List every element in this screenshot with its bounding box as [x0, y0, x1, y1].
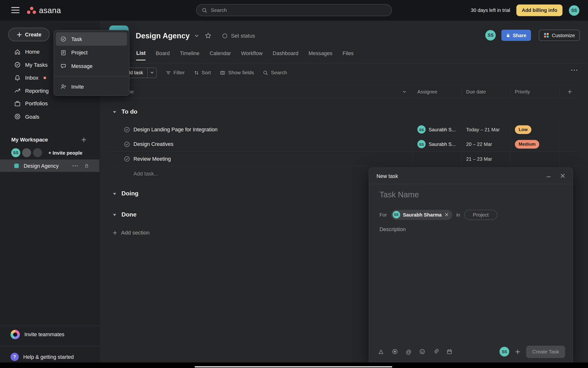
attachment-icon[interactable] — [433, 349, 439, 355]
task-row[interactable]: Design Creatives SS Saurabh S... 20 – 22… — [109, 137, 579, 151]
help-button[interactable]: ? Help & getting started — [0, 351, 99, 362]
due-date-cell[interactable]: Today – 21 Mar — [461, 122, 510, 137]
tab-files[interactable]: Files — [343, 49, 354, 60]
search-input[interactable] — [211, 7, 386, 13]
project-color-icon — [14, 163, 19, 168]
member-avatar[interactable]: SS — [11, 148, 20, 157]
new-task-modal: New task For SS Saurabh Sharma in — [369, 167, 573, 362]
column-header-due-date[interactable]: Due date — [461, 85, 510, 98]
create-menu-item-task[interactable]: Task — [56, 32, 127, 46]
tab-dashboard[interactable]: Dashboard — [273, 49, 298, 60]
section-caret-icon[interactable] — [113, 192, 117, 196]
section-header-doing: Doing — [113, 188, 139, 199]
description-input[interactable] — [379, 226, 562, 339]
collapse-all-icon[interactable] — [402, 90, 407, 94]
task-name-input[interactable] — [379, 190, 559, 199]
due-date-cell[interactable]: 21 – 23 Mar — [461, 152, 510, 166]
show-fields-button[interactable]: Show fields — [220, 70, 254, 75]
create-menu-item-message[interactable]: Message — [56, 59, 127, 73]
section-caret-icon[interactable] — [113, 213, 117, 217]
global-search[interactable] — [196, 4, 392, 16]
column-header-priority[interactable]: Priority — [510, 85, 559, 98]
assignee-cell[interactable] — [412, 152, 461, 166]
sidebar-item-design-agency[interactable]: Design Agency — [0, 159, 99, 172]
add-section-button[interactable]: Add section — [113, 228, 150, 238]
tab-workflow[interactable]: Workflow — [241, 49, 263, 60]
minimize-icon[interactable] — [546, 173, 551, 178]
column-priority-label: Priority — [515, 89, 530, 94]
record-icon[interactable] — [392, 349, 398, 355]
filter-button[interactable]: Filter — [166, 70, 185, 75]
create-menu: Task Project Message Invite — [53, 30, 129, 96]
create-task-button[interactable]: Create Task — [526, 345, 565, 358]
list-search-button[interactable]: Search — [263, 70, 287, 75]
creator-avatar[interactable]: SS — [499, 347, 509, 356]
user-avatar[interactable]: SS — [569, 5, 579, 16]
help-label: Help & getting started — [23, 354, 74, 360]
sort-button[interactable]: Sort — [194, 70, 211, 75]
unread-dot — [44, 76, 46, 79]
project-more-icon[interactable] — [72, 165, 78, 166]
complete-task-icon[interactable] — [124, 141, 130, 147]
star-icon[interactable] — [205, 32, 212, 39]
invite-people-button[interactable]: + Invite people — [48, 150, 82, 156]
priority-cell[interactable]: Low — [510, 122, 559, 137]
tab-messages[interactable]: Messages — [309, 49, 333, 60]
project-picker[interactable]: Project — [464, 210, 497, 220]
calendar-icon[interactable] — [447, 349, 452, 355]
menu-item-label: Project — [71, 49, 88, 55]
bell-icon — [14, 74, 21, 81]
task-name[interactable]: Design Creatives — [134, 141, 173, 147]
text-format-icon[interactable] — [378, 349, 384, 354]
assignee-cell[interactable]: SS Saurabh S... — [412, 137, 461, 151]
close-icon[interactable] — [560, 173, 565, 178]
priority-cell[interactable]: Medium — [510, 137, 559, 151]
invite-teammates-button[interactable]: Invite teammates — [0, 329, 99, 340]
chevron-down-icon[interactable] — [194, 33, 199, 38]
add-project-icon[interactable] — [81, 137, 87, 142]
due-date-cell[interactable]: 20 – 22 Mar — [461, 137, 510, 151]
customize-button[interactable]: Customize — [539, 30, 580, 41]
show-fields-label: Show fields — [228, 70, 254, 75]
assignee-chip[interactable]: SS Saurabh Sharma — [391, 210, 452, 220]
add-billing-info-button[interactable]: Add billing info — [517, 5, 562, 16]
asana-logo-mark-icon — [27, 6, 36, 14]
mention-icon[interactable]: @ — [406, 349, 412, 354]
goals-icon — [14, 113, 21, 120]
add-column-button[interactable] — [559, 85, 579, 98]
complete-task-icon[interactable] — [124, 156, 130, 162]
more-options-icon[interactable] — [571, 69, 577, 71]
asana-logo[interactable]: asana — [27, 0, 61, 21]
set-status-button[interactable]: Set status — [222, 33, 255, 39]
add-task-caret[interactable] — [147, 68, 156, 77]
assignee-cell[interactable]: SS Saurabh S... — [412, 122, 461, 137]
add-task-inline[interactable]: Add task... — [134, 169, 158, 179]
column-header-assignee[interactable]: Assignee — [412, 85, 461, 98]
remove-assignee-icon[interactable] — [445, 213, 448, 217]
task-row[interactable]: Review Meeting 21 – 23 Mar — [109, 152, 579, 166]
create-button[interactable]: Create — [8, 28, 49, 41]
tab-board[interactable]: Board — [156, 49, 170, 60]
tab-timeline[interactable]: Timeline — [180, 49, 199, 60]
share-button[interactable]: Share — [502, 30, 531, 41]
modal-footer: @ SS Create Task — [378, 345, 565, 358]
priority-cell[interactable] — [510, 152, 559, 166]
sidebar-item-portfolios[interactable]: Portfolios — [0, 97, 99, 110]
sidebar-item-goals[interactable]: Goals — [0, 110, 99, 123]
screen-bezel — [0, 362, 588, 368]
task-name[interactable]: Review Meeting — [134, 156, 171, 162]
section-caret-icon[interactable] — [113, 110, 117, 114]
column-header-name[interactable]: Name — [109, 85, 412, 98]
hamburger-menu-icon[interactable] — [11, 7, 19, 13]
tab-list[interactable]: List — [136, 49, 146, 60]
tab-calendar[interactable]: Calendar — [210, 49, 231, 60]
add-collaborator-icon[interactable] — [515, 349, 521, 354]
emoji-icon[interactable] — [419, 349, 426, 355]
sidebar-item-label: Portfolios — [25, 101, 48, 107]
complete-task-icon[interactable] — [124, 126, 130, 133]
create-menu-item-invite[interactable]: Invite — [56, 80, 127, 93]
task-row[interactable]: Design Landing Page for Integration SS S… — [109, 122, 579, 137]
create-menu-item-project[interactable]: Project — [56, 46, 127, 59]
member-avatar[interactable]: SS — [485, 30, 496, 41]
task-name[interactable]: Design Landing Page for Integration — [134, 127, 218, 133]
